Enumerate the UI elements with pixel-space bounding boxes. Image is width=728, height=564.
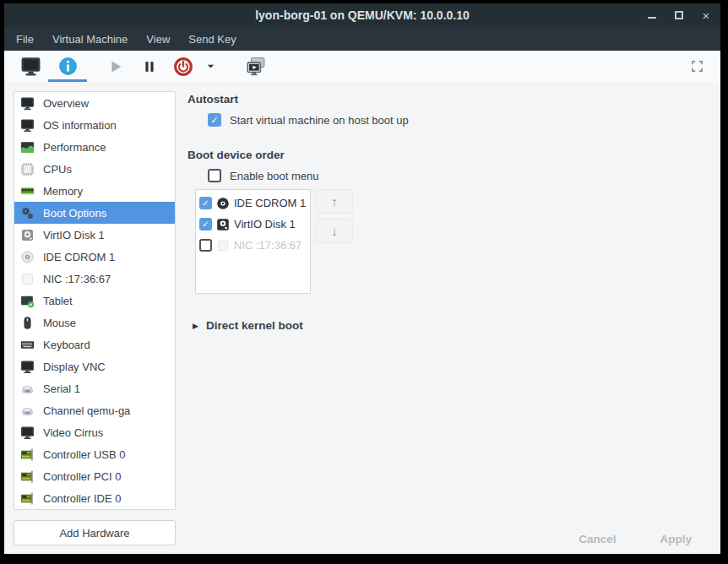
monitor-icon	[20, 96, 35, 111]
sidebar-item-keyboard[interactable]: Keyboard	[14, 334, 175, 355]
add-hardware-button[interactable]: Add Hardware	[14, 520, 176, 545]
mouse-icon	[20, 316, 35, 330]
sidebar-item-label: IDE CDROM 1	[43, 251, 115, 263]
window-frame: lyon-borg-01 on QEMU/KVM: 10.0.0.10 × Fi…	[0, 0, 728, 564]
apply-button[interactable]: Apply	[660, 533, 692, 545]
window-controls: ×	[646, 3, 712, 27]
sidebar-item-label: Boot Options	[43, 207, 106, 220]
boot-device-row-ide-cdrom-1[interactable]: ✓IDE CDROM 1	[199, 193, 310, 214]
menu-send-key[interactable]: Send Key	[182, 33, 242, 46]
sidebar-item-virtio-disk-1[interactable]: VirtIO Disk 1	[14, 224, 175, 246]
sidebar-item-display-vnc[interactable]: Display VNC	[14, 355, 175, 377]
monitor-icon	[20, 118, 35, 133]
sidebar-item-nic-17-36-67[interactable]: NIC :17:36:67	[14, 268, 175, 290]
sidebar-item-video-cirrus[interactable]: Video Cirrus	[14, 421, 175, 443]
sidebar-item-label: OS information	[43, 119, 117, 132]
sidebar-item-label: Video Cirrus	[43, 426, 103, 439]
sidebar-item-label: Display VNC	[43, 361, 106, 373]
serial-icon	[20, 382, 35, 396]
autostart-heading: Autostart	[187, 93, 720, 106]
boot-order-heading: Boot device order	[187, 149, 720, 161]
menubar: FileVirtual MachineViewSend Key	[4, 27, 720, 51]
vm-details-info-button[interactable]	[48, 51, 87, 82]
enable-boot-menu-row: Enable boot menu	[208, 169, 720, 182]
pci-card-icon	[20, 447, 35, 462]
monitor-icon	[20, 426, 35, 440]
sidebar-item-boot-options[interactable]: Boot Options	[14, 202, 175, 224]
sidebar-item-controller-usb-0[interactable]: Controller USB 0	[14, 443, 175, 465]
sidebar-item-label: NIC :17:36:67	[43, 273, 111, 285]
cancel-button[interactable]: Cancel	[579, 533, 616, 545]
shutdown-menu-button[interactable]	[200, 51, 220, 82]
menu-file[interactable]: File	[9, 33, 41, 46]
sidebar-item-mouse[interactable]: Mouse	[14, 312, 175, 334]
maximize-icon	[675, 11, 683, 19]
boot-device-checkbox[interactable]: ✓	[199, 218, 212, 230]
boot-device-checkbox[interactable]	[199, 239, 212, 252]
titlebar[interactable]: lyon-borg-01 on QEMU/KVM: 10.0.0.10 ×	[4, 3, 720, 27]
sidebar-item-serial-1[interactable]: Serial 1	[14, 377, 175, 399]
window-title: lyon-borg-01 on QEMU/KVM: 10.0.0.10	[4, 8, 720, 22]
virtual-displays-button[interactable]	[237, 51, 274, 82]
enable-boot-menu-checkbox[interactable]	[208, 169, 221, 182]
sidebar-item-channel-qemu-ga[interactable]: Channel qemu-ga	[14, 399, 175, 421]
shutdown-button[interactable]	[166, 51, 200, 82]
fullscreen-button[interactable]	[682, 51, 712, 82]
sidebar-item-label: Controller PCI 0	[43, 470, 121, 483]
boot-device-label: VirtIO Disk 1	[234, 218, 296, 230]
maximize-button[interactable]	[673, 9, 685, 21]
console-monitor-button[interactable]	[13, 51, 48, 82]
tablet-icon	[20, 294, 35, 308]
memory-icon	[20, 184, 35, 198]
direct-kernel-boot-label: Direct kernel boot	[206, 319, 303, 332]
run-play-icon	[106, 57, 125, 76]
boot-move-buttons: ↑ ↓	[316, 189, 353, 243]
sidebar-item-performance[interactable]: Performance	[14, 136, 175, 158]
move-up-button[interactable]: ↑	[316, 189, 353, 214]
sidebar-item-overview[interactable]: Overview	[14, 92, 175, 114]
sidebar-item-label: Controller IDE 0	[43, 492, 121, 505]
performance-icon	[20, 140, 35, 155]
disk-dark-icon	[216, 218, 230, 231]
move-down-button[interactable]: ↓	[316, 219, 353, 243]
minimize-button[interactable]	[646, 9, 658, 21]
sidebar-item-label: Keyboard	[43, 339, 90, 351]
boot-device-list: ✓IDE CDROM 1✓VirtIO Disk 1NIC :17:36:67	[195, 189, 311, 294]
shutdown-power-icon	[173, 57, 193, 77]
autostart-row: ✓ Start virtual machine on host boot up	[208, 113, 720, 127]
boot-device-row-virtio-disk-1[interactable]: ✓VirtIO Disk 1	[199, 214, 310, 235]
monitor-icon	[20, 360, 35, 374]
vm-details-window: lyon-borg-01 on QEMU/KVM: 10.0.0.10 × Fi…	[4, 3, 720, 554]
cdrom-gray-icon	[20, 250, 35, 264]
boot-device-area: ✓IDE CDROM 1✓VirtIO Disk 1NIC :17:36:67 …	[195, 189, 720, 294]
close-button[interactable]: ×	[700, 9, 712, 21]
gears-icon	[20, 206, 35, 220]
content-area: OverviewOS informationPerformanceCPUsMem…	[4, 82, 720, 554]
sidebar-item-label: Memory	[43, 185, 83, 198]
menu-view[interactable]: View	[139, 33, 177, 46]
sidebar-item-label: Channel qemu-ga	[43, 404, 130, 417]
autostart-checkbox-label: Start virtual machine on host boot up	[230, 114, 409, 127]
sidebar-item-controller-pci-0[interactable]: Controller PCI 0	[14, 465, 175, 487]
main-panel: Autostart ✓ Start virtual machine on hos…	[176, 82, 720, 554]
sidebar-item-label: Tablet	[43, 295, 73, 307]
sidebar-item-tablet[interactable]: Tablet	[14, 290, 175, 312]
nic-faint-icon	[216, 239, 230, 252]
sidebar-item-os-information[interactable]: OS information	[14, 114, 175, 136]
sidebar-item-memory[interactable]: Memory	[14, 180, 175, 202]
cpu-icon	[20, 162, 35, 176]
pci-card-icon	[20, 491, 35, 506]
minimize-icon	[648, 17, 656, 19]
run-button[interactable]	[99, 51, 133, 82]
expander-collapsed-icon: ▶	[193, 322, 198, 330]
pause-button[interactable]	[133, 51, 166, 82]
autostart-checkbox[interactable]: ✓	[208, 113, 221, 127]
shutdown-menu-caret-icon	[206, 62, 215, 71]
menu-virtual-machine[interactable]: Virtual Machine	[46, 33, 134, 46]
direct-kernel-boot-expander[interactable]: ▶ Direct kernel boot	[193, 319, 720, 332]
boot-device-checkbox[interactable]: ✓	[199, 197, 212, 209]
sidebar-item-ide-cdrom-1[interactable]: IDE CDROM 1	[14, 246, 175, 268]
sidebar-item-controller-ide-0[interactable]: Controller IDE 0	[14, 487, 175, 509]
sidebar-item-cpus[interactable]: CPUs	[14, 158, 175, 180]
boot-device-row-nic-17-36-67[interactable]: NIC :17:36:67	[199, 235, 310, 256]
